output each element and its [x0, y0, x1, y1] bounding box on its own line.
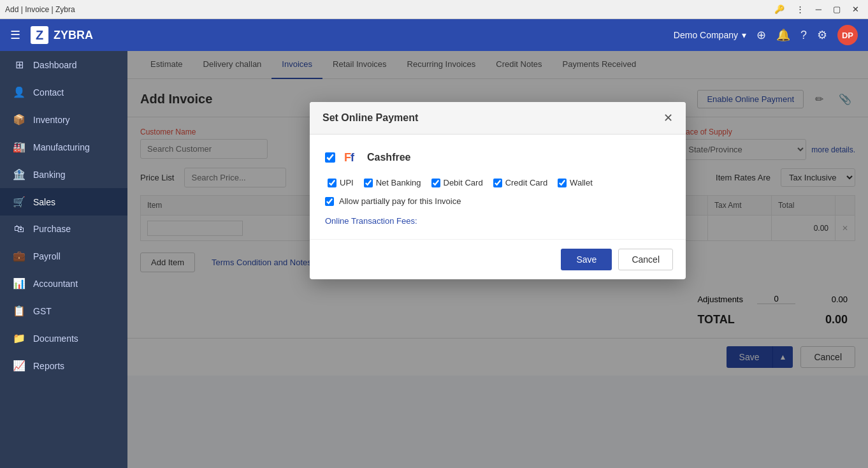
- banking-icon: 🏦: [13, 168, 25, 180]
- online-fees-link[interactable]: Online Transaction Fees:: [325, 216, 417, 226]
- wallet-option[interactable]: Wallet: [558, 178, 593, 187]
- close-btn[interactable]: ✕: [848, 3, 863, 15]
- upi-checkbox[interactable]: [328, 179, 336, 187]
- modal-title: Set Online Payment: [322, 112, 418, 124]
- content-area: Estimate Delivery challan Invoices Retai…: [127, 51, 868, 468]
- sidebar-label-gst: GST: [33, 306, 52, 316]
- sidebar-item-inventory[interactable]: 📦 Inventory: [0, 106, 127, 133]
- avatar[interactable]: DP: [837, 25, 858, 45]
- sidebar-label-dashboard: Dashboard: [33, 60, 77, 70]
- documents-icon: 📁: [13, 332, 25, 344]
- sidebar-item-dashboard[interactable]: ⊞ Dashboard: [0, 51, 127, 78]
- sidebar-label-sales: Sales: [33, 197, 55, 207]
- modal-header: Set Online Payment ✕: [310, 102, 686, 135]
- settings-icon[interactable]: ⚙: [817, 28, 827, 42]
- modal-cancel-button[interactable]: Cancel: [618, 249, 673, 270]
- payment-methods-row: UPI Net Banking Debit Card Credit C: [325, 178, 670, 187]
- sidebar-label-purchase: Purchase: [33, 224, 71, 234]
- cashfree-checkbox[interactable]: [325, 152, 335, 163]
- modal-overlay: Set Online Payment ✕ F f: [127, 51, 868, 468]
- bell-icon[interactable]: 🔔: [776, 28, 790, 42]
- credit-card-label: Credit Card: [505, 178, 547, 187]
- sidebar-item-reports[interactable]: 📈 Reports: [0, 352, 127, 379]
- sidebar-label-accountant: Accountant: [33, 279, 78, 289]
- modal-close-button[interactable]: ✕: [663, 111, 673, 125]
- sidebar-label-contact: Contact: [33, 87, 64, 98]
- sidebar-label-banking: Banking: [33, 170, 66, 180]
- window-controls[interactable]: 🔑 ⋮ ─ ▢ ✕: [770, 3, 863, 15]
- reports-icon: 📈: [13, 360, 25, 372]
- company-name: Demo Company: [674, 30, 738, 40]
- online-fees-row: Online Transaction Fees:: [325, 215, 670, 226]
- main-layout: ⊞ Dashboard 👤 Contact 📦 Inventory 🏭 Manu…: [0, 51, 868, 468]
- credit-card-checkbox[interactable]: [493, 179, 502, 187]
- partial-pay-row: Allow partially pay for this Invoice: [325, 196, 670, 206]
- partial-pay-label: Allow partially pay for this Invoice: [339, 196, 461, 206]
- gst-icon: 📋: [13, 305, 25, 317]
- wallet-checkbox[interactable]: [558, 179, 567, 187]
- maximize-btn[interactable]: ▢: [829, 3, 844, 15]
- sidebar-item-purchase[interactable]: 🛍 Purchase: [0, 216, 127, 242]
- set-online-payment-modal: Set Online Payment ✕ F f: [310, 102, 686, 279]
- top-nav: ☰ Z ZYBRA Demo Company ▾ ⊕ 🔔 ? ⚙ DP: [0, 19, 868, 51]
- cashfree-brand: F f Cashfree: [342, 147, 410, 168]
- manufacturing-icon: 🏭: [13, 141, 25, 153]
- cashfree-logo-icon: F f: [342, 147, 362, 168]
- debit-card-checkbox[interactable]: [431, 179, 440, 187]
- cashfree-label: Cashfree: [367, 152, 410, 163]
- logo-z-letter: Z: [36, 28, 43, 43]
- key-icon: 🔑: [770, 3, 788, 15]
- debit-card-label: Debit Card: [444, 178, 483, 187]
- sidebar-label-payroll: Payroll: [33, 251, 61, 261]
- logo-icon: Z: [31, 26, 48, 44]
- sidebar-item-manufacturing[interactable]: 🏭 Manufacturing: [0, 133, 127, 161]
- sidebar-label-documents: Documents: [33, 333, 78, 344]
- net-banking-label: Net Banking: [376, 178, 421, 187]
- logo-text: ZYBRA: [54, 29, 93, 42]
- modal-body: F f Cashfree UPI: [310, 135, 686, 239]
- sidebar-label-manufacturing: Manufacturing: [33, 142, 90, 152]
- svg-text:f: f: [351, 151, 355, 164]
- sidebar-item-sales[interactable]: 🛒 Sales: [0, 188, 127, 216]
- sidebar-item-gst[interactable]: 📋 GST: [0, 297, 127, 325]
- window-title: Add | Invoice | Zybra: [5, 5, 75, 14]
- modal-save-button[interactable]: Save: [561, 249, 612, 270]
- payroll-icon: 💼: [13, 250, 25, 262]
- sales-icon: 🛒: [13, 196, 25, 208]
- contact-icon: 👤: [13, 86, 25, 98]
- help-icon[interactable]: ?: [800, 29, 807, 42]
- upi-label: UPI: [340, 178, 354, 187]
- minimize-btn[interactable]: ─: [812, 3, 825, 15]
- company-selector[interactable]: Demo Company ▾: [674, 30, 746, 40]
- inventory-icon: 📦: [13, 113, 25, 126]
- upi-option[interactable]: UPI: [328, 178, 354, 187]
- net-banking-option[interactable]: Net Banking: [364, 178, 421, 187]
- sidebar-item-payroll[interactable]: 💼 Payroll: [0, 242, 127, 270]
- net-banking-checkbox[interactable]: [364, 179, 373, 187]
- sidebar-item-accountant[interactable]: 📊 Accountant: [0, 270, 127, 297]
- app-logo: Z ZYBRA: [31, 26, 93, 44]
- more-icon[interactable]: ⋮: [792, 3, 808, 15]
- modal-footer: Save Cancel: [310, 239, 686, 279]
- hamburger-menu[interactable]: ☰: [10, 28, 20, 42]
- accountant-icon: 📊: [13, 277, 25, 289]
- sidebar-item-documents[interactable]: 📁 Documents: [0, 325, 127, 352]
- sidebar-item-contact[interactable]: 👤 Contact: [0, 78, 127, 106]
- add-icon[interactable]: ⊕: [756, 28, 766, 42]
- sidebar-item-banking[interactable]: 🏦 Banking: [0, 161, 127, 188]
- top-nav-right: Demo Company ▾ ⊕ 🔔 ? ⚙ DP: [674, 25, 858, 45]
- debit-card-option[interactable]: Debit Card: [431, 178, 483, 187]
- sidebar-label-reports: Reports: [33, 361, 64, 371]
- dashboard-icon: ⊞: [13, 59, 25, 71]
- purchase-icon: 🛍: [13, 223, 25, 235]
- credit-card-option[interactable]: Credit Card: [493, 178, 547, 187]
- title-bar: Add | Invoice | Zybra 🔑 ⋮ ─ ▢ ✕: [0, 0, 868, 19]
- cashfree-row: F f Cashfree: [325, 147, 670, 168]
- partial-pay-checkbox[interactable]: [325, 197, 334, 206]
- chevron-down-icon: ▾: [742, 30, 746, 40]
- wallet-label: Wallet: [570, 178, 593, 187]
- sidebar-label-inventory: Inventory: [33, 115, 70, 125]
- sidebar: ⊞ Dashboard 👤 Contact 📦 Inventory 🏭 Manu…: [0, 51, 127, 468]
